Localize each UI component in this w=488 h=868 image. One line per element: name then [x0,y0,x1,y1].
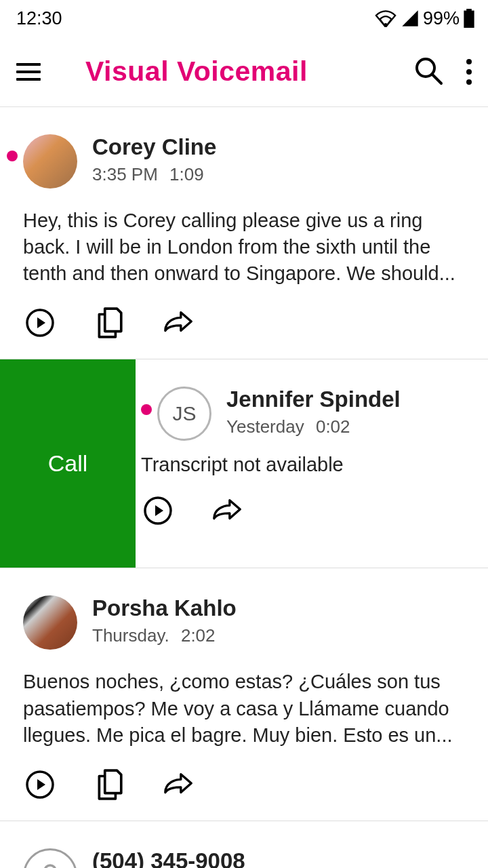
menu-button[interactable] [16,63,41,81]
person-icon [35,861,65,868]
avatar [23,595,77,650]
voicemail-item[interactable]: Porsha Kahlo Thursday. 2:02 Buenos noche… [0,568,488,821]
voicemail-time: Yesterday [226,416,304,437]
voicemail-meta: Thursday. 2:02 [92,625,237,646]
avatar [23,134,77,189]
voicemail-duration: 0:02 [316,416,350,437]
voicemail-transcript: Buenos noches, ¿como estas? ¿Cuáles son … [23,669,465,748]
search-icon [413,56,443,85]
voicemail-sender: (504) 345-9008 [92,848,245,868]
battery-percent: 99% [423,8,460,29]
svg-rect-1 [464,11,474,28]
battery-icon [464,9,474,28]
voicemail-meta: 3:35 PM 1:09 [92,164,216,185]
status-time: 12:30 [14,8,374,29]
document-icon [95,769,123,800]
voicemail-sender: Corey Cline [92,134,216,160]
app-title: Visual Voicemail [85,56,394,87]
unread-indicator [7,151,18,161]
play-icon [143,496,173,526]
share-icon [163,311,194,335]
voicemail-transcript: Hey, this is Corey calling please give u… [23,208,465,287]
svg-line-4 [432,75,441,83]
transcript-button[interactable] [94,307,125,338]
share-button[interactable] [163,769,194,800]
svg-point-8 [45,865,56,868]
avatar: JS [157,387,211,441]
play-icon [25,308,55,338]
share-button[interactable] [163,307,194,338]
document-icon [95,307,123,338]
avatar-initials: JS [172,402,196,425]
transcript-button[interactable] [94,769,125,800]
search-button[interactable] [413,56,443,88]
share-button[interactable] [211,495,243,526]
voicemail-sender: Porsha Kahlo [92,595,237,621]
svg-point-0 [384,23,388,26]
cellular-icon [401,9,419,27]
play-icon [25,770,55,800]
share-icon [211,498,243,523]
voicemail-item-swiped: Call JS Jennifer Spindel Yesterday 0:02 … [0,359,488,568]
avatar [23,848,77,868]
play-button[interactable] [24,769,56,800]
swipe-call-button[interactable]: Call [0,359,136,568]
voicemail-sender: Jennifer Spindel [226,387,401,412]
voicemail-item[interactable]: (504) 345-9008 [0,821,488,868]
play-button[interactable] [142,495,174,526]
app-header: Visual Voicemail [0,37,488,107]
voicemail-duration: 1:09 [169,164,204,184]
voicemail-time: 3:35 PM [92,164,158,184]
voicemail-item[interactable]: JS Jennifer Spindel Yesterday 0:02 Trans… [136,359,488,568]
voicemail-item[interactable]: Corey Cline 3:35 PM 1:09 Hey, this is Co… [0,107,488,359]
voicemail-meta: Yesterday 0:02 [226,416,401,437]
share-icon [163,772,194,797]
voicemail-time: Thursday. [92,625,169,646]
voicemail-duration: 2:02 [181,625,216,646]
svg-rect-2 [466,9,472,12]
wifi-icon [374,9,397,27]
status-icons: 99% [374,8,474,29]
voicemail-transcript: Transcript not available [141,452,465,478]
overflow-menu-button[interactable] [466,59,472,85]
play-button[interactable] [24,307,56,338]
status-bar: 12:30 99% [0,0,488,37]
